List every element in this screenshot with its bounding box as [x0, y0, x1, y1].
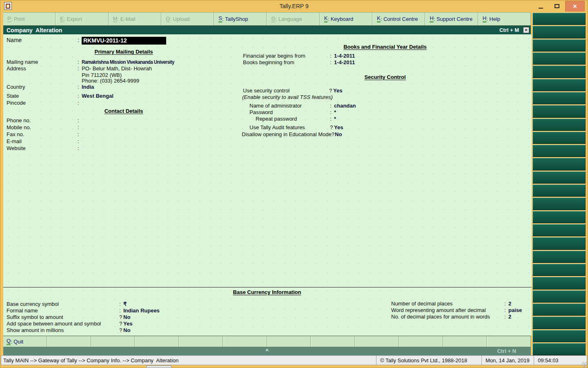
close-icon: ✕: [573, 3, 577, 9]
status-time: 09:54:03: [534, 356, 587, 365]
toolbar-button-print: P: Print: [3, 13, 56, 25]
bottom-button-empty: [47, 336, 91, 347]
toolbar-button-tallyshop[interactable]: S: TallyShop: [214, 13, 267, 25]
word-after-decimal-value[interactable]: paise: [508, 307, 522, 314]
collapse-up-icon[interactable]: ^: [265, 347, 268, 355]
field-use-security: Use security control ? Yes: [243, 88, 342, 94]
field-fy-begins: Financial year begins from : 1-4-2011: [243, 53, 355, 59]
side-button-empty: [532, 145, 586, 157]
side-button-empty: [532, 251, 586, 263]
security-note: (Enable security to avail TSS features): [242, 94, 333, 100]
side-button-empty: [532, 290, 586, 303]
company-alteration-form: Name : RKMVU-2011-12 Primary Mailing Det…: [3, 34, 532, 336]
screen-header: Company Alteration Ctrl + M ✕: [3, 26, 531, 34]
address-line-3[interactable]: Phone: (033) 2654-9999: [82, 78, 139, 84]
bottom-button-empty: [399, 336, 443, 347]
side-button-empty: [532, 264, 586, 276]
field-decimal-places-words: No. of decimal places for amount in word…: [391, 314, 511, 320]
bottom-button-empty: [135, 336, 179, 347]
side-button-empty: [532, 52, 586, 65]
section-contact-details: Contact Details: [42, 108, 205, 114]
decimal-places-words-value[interactable]: 2: [508, 314, 511, 320]
side-button-empty: [532, 92, 586, 104]
address-line-1[interactable]: PO- Belur Math, Dist- Howrah: [82, 65, 152, 72]
books-begin-value[interactable]: 1-4-2011: [334, 59, 355, 66]
resize-grip-icon[interactable]: [582, 362, 588, 368]
close-button[interactable]: ✕: [565, 1, 585, 11]
field-repeat-password: Repeat password : *: [256, 116, 336, 122]
titlebar: Tally.ERP 9 ✕: [0, 0, 588, 12]
taskbar-peek: [146, 366, 172, 368]
field-show-millions: Show amount in millions ? No: [7, 327, 130, 334]
toolbar-button-keyboard[interactable]: K: Keyboard: [320, 13, 372, 25]
toolbar-button-help[interactable]: H: Help: [478, 13, 531, 25]
side-button-empty: [532, 197, 586, 210]
suffix-symbol-value[interactable]: No: [123, 314, 130, 321]
minimize-button[interactable]: [532, 1, 549, 11]
field-phone-no: Phone no. :: [7, 117, 82, 124]
tally-window: Tally.ERP 9 ✕ P: Print E: Export M: E-Ma…: [0, 0, 588, 368]
name-input[interactable]: RKMVU-2011-12: [82, 37, 166, 45]
right-button-panel: [532, 13, 586, 355]
maximize-button[interactable]: [549, 1, 565, 11]
repeat-password-value[interactable]: *: [334, 116, 336, 122]
field-mobile-no: Mobile no. :: [7, 124, 82, 131]
collapse-shortcut: Ctrl + N: [497, 348, 531, 354]
country-value[interactable]: India: [82, 84, 94, 90]
breadcrumb: Tally MAIN --> Gateway of Tally --> Comp…: [1, 357, 376, 364]
field-decimal-places: Number of decimal places : 2: [391, 301, 511, 307]
decimal-places-value[interactable]: 2: [508, 301, 511, 307]
field-password: Password : *: [249, 109, 336, 116]
mailing-name-value[interactable]: Ramakrishna Mission Vivekananda Universi…: [82, 59, 174, 65]
field-tally-audit: Use Tally Audit features ? Yes: [249, 124, 343, 131]
bottom-button-empty: [443, 336, 487, 347]
side-button-empty: [532, 343, 586, 355]
show-millions-value[interactable]: No: [123, 327, 130, 334]
field-website: Website :: [7, 145, 82, 152]
side-button-empty: [532, 316, 586, 329]
toolbar-button-export: E: Export: [56, 13, 108, 25]
fy-begins-value[interactable]: 1-4-2011: [334, 53, 355, 59]
field-fax-no: Fax no. :: [7, 131, 82, 138]
bottom-button-empty: [91, 336, 135, 347]
field-name: Name : RKMVU-2011-12: [7, 37, 166, 45]
section-books-fy-details: Books and Financial Year Details: [303, 44, 467, 50]
quit-button[interactable]: Q: Quit: [3, 336, 47, 347]
section-primary-mailing-details: Primary Mailing Details: [42, 49, 205, 55]
toolbar-button-support-centre[interactable]: H: Support Centre: [425, 13, 478, 25]
side-button-empty: [532, 79, 586, 91]
base-currency-symbol-value[interactable]: ₹: [123, 301, 127, 307]
side-button-empty: [532, 26, 586, 38]
tally-audit-value[interactable]: Yes: [334, 124, 343, 131]
bottom-button-empty: [487, 336, 531, 347]
password-value[interactable]: *: [334, 109, 336, 116]
state-value[interactable]: West Bengal: [82, 93, 114, 99]
side-button-empty: [532, 330, 586, 342]
admin-name-value[interactable]: chandan: [334, 103, 356, 109]
minimize-icon: [539, 8, 543, 9]
disallow-edu-value[interactable]: No: [335, 131, 342, 138]
side-button-empty: [532, 303, 586, 316]
toolbar-button-upload: O: Upload: [161, 13, 214, 25]
side-button-empty: [532, 119, 586, 131]
side-button-empty: [532, 132, 586, 144]
formal-name-value[interactable]: Indian Rupees: [123, 307, 160, 314]
field-admin-name: Name of administrator : chandan: [249, 103, 356, 109]
field-disallow-edu: Disallow opening in Educational Mode? No: [242, 131, 342, 138]
add-space-value[interactable]: Yes: [123, 321, 132, 327]
field-pincode: Pincode :: [7, 100, 82, 106]
side-button-empty: [532, 277, 586, 289]
toolbar-button-email: M: E-Mail: [109, 13, 161, 25]
use-security-value[interactable]: Yes: [333, 88, 342, 94]
bottom-button-empty: [267, 336, 311, 347]
section-base-currency: Base Currency Information: [185, 289, 349, 295]
field-add-space: Add space between amount and symbol ? Ye…: [7, 321, 132, 327]
screen-close-icon[interactable]: ✕: [523, 27, 529, 33]
side-button-empty: [532, 65, 586, 78]
toolbar-button-control-centre[interactable]: K: Control Centre: [372, 13, 425, 25]
field-address: Address : PO- Belur Math, Dist- Howrah: [7, 65, 152, 72]
window-title: Tally.ERP 9: [0, 0, 588, 12]
bottom-button-empty: [355, 336, 399, 347]
field-email: E-mail :: [7, 138, 82, 145]
field-base-currency-symbol: Base currency symbol : ₹: [7, 301, 127, 307]
